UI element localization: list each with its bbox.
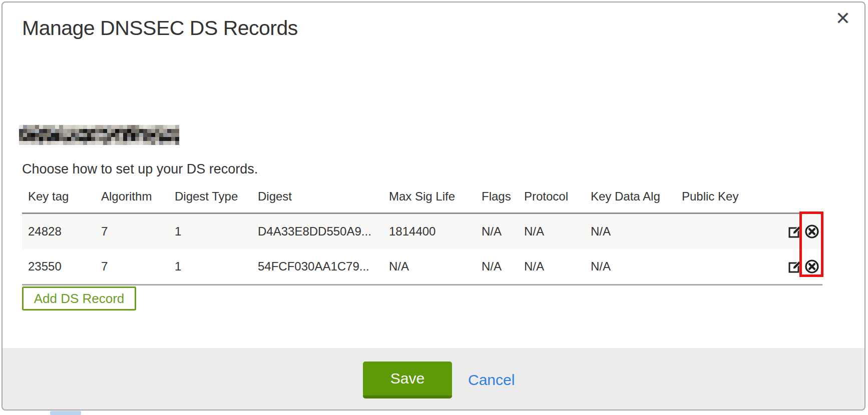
col-header-key-data-alg: Key Data Alg xyxy=(585,182,676,214)
col-header-key-tag: Key tag xyxy=(22,182,95,214)
cell-actions xyxy=(786,249,822,285)
cell-digest: D4A33E8DD550A9... xyxy=(252,214,383,250)
dialog-title: Manage DNSSEC DS Records xyxy=(22,16,298,40)
cell-key-data-alg: N/A xyxy=(585,249,676,285)
save-button[interactable]: Save xyxy=(363,362,452,398)
delete-record-button[interactable] xyxy=(804,259,819,274)
table-row: 23550 7 1 54FCF030AA1C79... N/A N/A N/A … xyxy=(22,249,822,285)
col-header-protocol: Protocol xyxy=(518,182,585,214)
cell-protocol: N/A xyxy=(518,214,585,250)
col-header-actions xyxy=(786,182,822,214)
col-header-algorithm: Algorithm xyxy=(95,182,169,214)
cell-key-tag: 24828 xyxy=(22,214,95,250)
instruction-text: Choose how to set up your DS records. xyxy=(22,162,258,177)
cell-algorithm: 7 xyxy=(95,249,169,285)
cell-digest: 54FCF030AA1C79... xyxy=(252,249,383,285)
table-header-row: Key tag Algorithm Digest Type Digest Max… xyxy=(22,182,822,214)
edit-record-button[interactable] xyxy=(788,260,802,274)
dialog-footer: Save Cancel xyxy=(3,348,864,410)
cell-actions xyxy=(786,214,822,250)
col-header-digest: Digest xyxy=(252,182,383,214)
table-row: 24828 7 1 D4A33E8DD550A9... 1814400 N/A … xyxy=(22,214,822,250)
edit-icon xyxy=(788,224,802,238)
delete-icon xyxy=(804,259,819,274)
cell-digest-type: 1 xyxy=(169,214,252,250)
col-header-flags: Flags xyxy=(476,182,518,214)
col-header-digest-type: Digest Type xyxy=(169,182,252,214)
manage-dnssec-dialog: Manage DNSSEC DS Records ✕ Choose how to… xyxy=(2,2,865,410)
cell-flags: N/A xyxy=(476,214,518,250)
cell-key-data-alg: N/A xyxy=(585,214,676,250)
edit-record-button[interactable] xyxy=(788,224,802,238)
cell-max-sig-life: N/A xyxy=(383,249,476,285)
cell-max-sig-life: 1814400 xyxy=(383,214,476,250)
delete-icon xyxy=(804,224,819,239)
cell-algorithm: 7 xyxy=(95,214,169,250)
delete-record-button[interactable] xyxy=(804,224,819,239)
add-ds-record-button[interactable]: Add DS Record xyxy=(22,286,136,310)
cell-public-key xyxy=(676,249,786,285)
edit-icon xyxy=(788,260,802,274)
cell-digest-type: 1 xyxy=(169,249,252,285)
background-page-fragment xyxy=(50,411,81,415)
cancel-link[interactable]: Cancel xyxy=(468,362,515,398)
cell-flags: N/A xyxy=(476,249,518,285)
cell-public-key xyxy=(676,214,786,250)
col-header-max-sig-life: Max Sig Life xyxy=(383,182,476,214)
domain-name-redacted xyxy=(19,125,179,145)
cell-protocol: N/A xyxy=(518,249,585,285)
ds-records-table: Key tag Algorithm Digest Type Digest Max… xyxy=(22,182,822,286)
page-background: Manage DNSSEC DS Records ✕ Choose how to… xyxy=(0,0,868,415)
close-icon[interactable]: ✕ xyxy=(835,10,850,28)
col-header-public-key: Public Key xyxy=(676,182,786,214)
cell-key-tag: 23550 xyxy=(22,249,95,285)
